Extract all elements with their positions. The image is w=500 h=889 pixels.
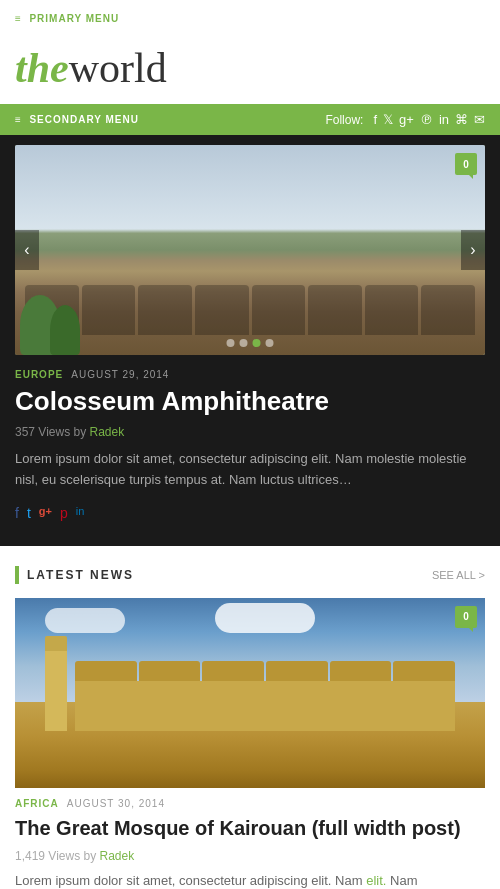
section-title: LATEST NEWS bbox=[15, 566, 134, 584]
hero-social-googleplus-icon[interactable]: g+ bbox=[39, 505, 52, 521]
slider-next-button[interactable]: › bbox=[461, 230, 485, 270]
slider-dots bbox=[227, 339, 274, 347]
social-pinterest-icon[interactable]: ℗ bbox=[420, 112, 433, 127]
primary-menu-bar: ≡ PRIMARY MENU bbox=[0, 0, 500, 34]
news-image-wrapper: 0 bbox=[15, 598, 485, 788]
follow-section: Follow: f 𝕏 g+ ℗ in ⌘ ✉ bbox=[325, 112, 485, 127]
social-googleplus-icon[interactable]: g+ bbox=[399, 112, 414, 127]
hero-meta: EUROPE AUGUST 29, 2014 bbox=[15, 369, 485, 380]
social-twitter-icon[interactable]: 𝕏 bbox=[383, 112, 393, 127]
hero-date: AUGUST 29, 2014 bbox=[71, 369, 169, 380]
social-linkedin-icon[interactable]: in bbox=[439, 112, 449, 127]
hero-social-facebook-icon[interactable]: f bbox=[15, 505, 19, 521]
hero-title: Colosseum Amphitheatre bbox=[15, 386, 485, 417]
hero-author-link[interactable]: Radek bbox=[90, 425, 125, 439]
news-date: AUGUST 30, 2014 bbox=[67, 798, 165, 809]
hero-social-twitter-icon[interactable]: t bbox=[27, 505, 31, 521]
news-excerpt-link[interactable]: elit. bbox=[366, 873, 386, 888]
slider-dot-4[interactable] bbox=[266, 339, 274, 347]
slider-dot-2[interactable] bbox=[240, 339, 248, 347]
hero-excerpt: Lorem ipsum dolor sit amet, consectetur … bbox=[15, 449, 485, 491]
secondary-menu-label[interactable]: ≡ SECONDARY MENU bbox=[15, 114, 139, 125]
hamburger-icon-secondary: ≡ bbox=[15, 114, 22, 125]
news-excerpt: Lorem ipsum dolor sit amet, consectetur … bbox=[15, 871, 485, 889]
social-email-icon[interactable]: ✉ bbox=[474, 112, 485, 127]
slider-dot-1[interactable] bbox=[227, 339, 235, 347]
hero-social-linkedin-icon[interactable]: in bbox=[76, 505, 85, 521]
section-title-bar bbox=[15, 566, 19, 584]
slider-wrapper: 0 ‹ › bbox=[15, 145, 485, 355]
hero-content: EUROPE AUGUST 29, 2014 Colosseum Amphith… bbox=[15, 355, 485, 521]
news-author-link[interactable]: Radek bbox=[100, 849, 135, 863]
news-meta: AFRICA AUGUST 30, 2014 bbox=[15, 798, 485, 809]
hero-image bbox=[15, 145, 485, 355]
hero-comment-badge: 0 bbox=[455, 153, 477, 175]
primary-menu-label[interactable]: ≡ PRIMARY MENU bbox=[15, 13, 119, 24]
see-all-link[interactable]: SEE ALL > bbox=[432, 569, 485, 581]
hero-category[interactable]: EUROPE bbox=[15, 369, 63, 380]
slider-dot-3[interactable] bbox=[253, 339, 261, 347]
secondary-menu-bar: ≡ SECONDARY MENU Follow: f 𝕏 g+ ℗ in ⌘ ✉ bbox=[0, 104, 500, 135]
news-image bbox=[15, 598, 485, 788]
latest-news-section: LATEST NEWS SEE ALL > bbox=[0, 546, 500, 889]
hero-views: 357 Views by Radek bbox=[15, 425, 485, 439]
site-title: the world bbox=[0, 34, 500, 104]
site-title-world: world bbox=[69, 44, 167, 92]
social-rss-icon[interactable]: ⌘ bbox=[455, 112, 468, 127]
section-header: LATEST NEWS SEE ALL > bbox=[15, 566, 485, 584]
hero-section: 0 ‹ › EUROPE AUGUST 29, 2014 Colosseum A… bbox=[0, 135, 500, 546]
section-title-text: LATEST NEWS bbox=[27, 568, 134, 582]
news-comment-badge: 0 bbox=[455, 606, 477, 628]
hero-social-pinterest-icon[interactable]: p bbox=[60, 505, 68, 521]
follow-label: Follow: bbox=[325, 113, 363, 127]
news-title: The Great Mosque of Kairouan (full width… bbox=[15, 815, 485, 841]
social-facebook-icon[interactable]: f bbox=[373, 112, 377, 127]
site-title-the: the bbox=[15, 44, 69, 92]
news-category[interactable]: AFRICA bbox=[15, 798, 59, 809]
hamburger-icon: ≡ bbox=[15, 13, 22, 24]
hero-social: f t g+ p in bbox=[15, 505, 485, 521]
news-views: 1,419 Views by Radek bbox=[15, 849, 485, 863]
slider-prev-button[interactable]: ‹ bbox=[15, 230, 39, 270]
